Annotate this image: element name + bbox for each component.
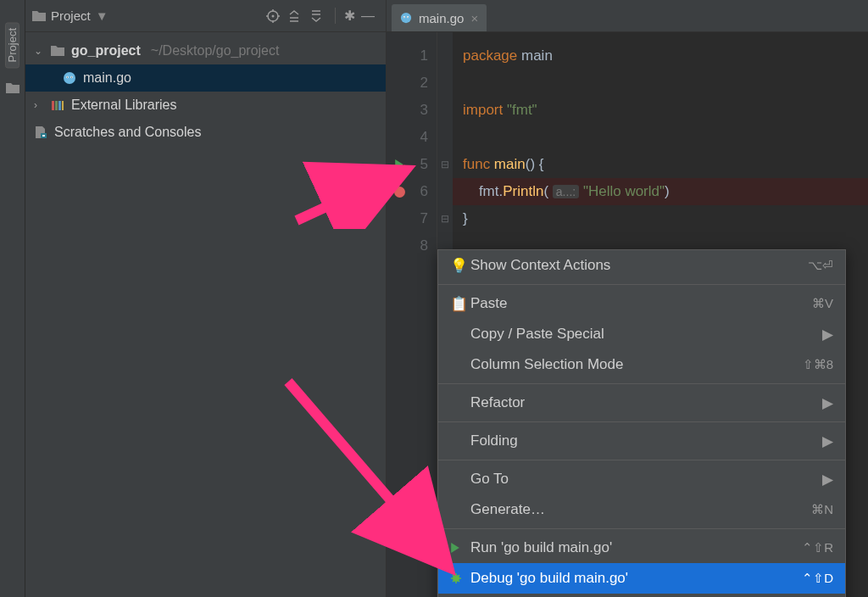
menu-separator bbox=[438, 421, 845, 422]
menu-separator bbox=[438, 284, 845, 285]
project-folder-icon bbox=[32, 10, 46, 22]
close-icon[interactable]: × bbox=[470, 11, 478, 25]
project-tool-tab[interactable]: Project bbox=[5, 22, 19, 68]
folder-icon bbox=[51, 45, 66, 57]
fold-end-icon[interactable]: ⊟ bbox=[437, 205, 453, 232]
svg-rect-10 bbox=[62, 101, 64, 110]
project-name: go_project bbox=[71, 43, 141, 59]
svg-point-16 bbox=[403, 17, 404, 18]
bulb-icon: 💡 bbox=[450, 257, 470, 275]
svg-point-6 bbox=[71, 77, 72, 78]
editor-tab-main[interactable]: main.go × bbox=[392, 4, 487, 31]
file-name: main.go bbox=[83, 70, 131, 86]
svg-rect-9 bbox=[58, 101, 61, 110]
menu-paste[interactable]: 📋 Paste ⌘V bbox=[438, 288, 845, 319]
minimize-icon[interactable]: — bbox=[357, 8, 379, 24]
svg-point-1 bbox=[272, 14, 275, 17]
submenu-arrow-icon: ▶ bbox=[822, 394, 833, 412]
svg-point-13 bbox=[401, 13, 411, 23]
project-tree: ⌄ go_project ~/Desktop/go_project main.g… bbox=[25, 32, 386, 151]
param-hint: a...: bbox=[553, 185, 579, 198]
project-header: Project ▼ ✱ — bbox=[25, 0, 386, 32]
collapse-all-icon[interactable] bbox=[309, 9, 331, 23]
scratch-label: Scratches and Consoles bbox=[54, 125, 201, 140]
menu-context-actions[interactable]: 💡 Show Context Actions ⌥⏎ bbox=[438, 250, 845, 281]
breakpoint-icon[interactable] bbox=[387, 178, 412, 205]
tree-root[interactable]: ⌄ go_project ~/Desktop/go_project bbox=[25, 37, 386, 64]
menu-goto[interactable]: Go To ▶ bbox=[438, 464, 845, 494]
project-panel: Project ▼ ✱ — ⌄ go_project ~/Desktop/go_… bbox=[25, 0, 387, 597]
line-numbers: 1 2 3 4 5 6 7 8 bbox=[412, 32, 437, 597]
locate-icon[interactable] bbox=[265, 8, 287, 24]
menu-run[interactable]: Run 'go build main.go' ⌃⇧R bbox=[438, 533, 845, 563]
project-path: ~/Desktop/go_project bbox=[151, 43, 280, 59]
svg-rect-7 bbox=[52, 101, 54, 110]
submenu-arrow-icon: ▶ bbox=[822, 432, 833, 450]
context-menu: 💡 Show Context Actions ⌥⏎ 📋 Paste ⌘V Cop… bbox=[437, 249, 846, 597]
ext-libs-label: External Libraries bbox=[71, 98, 177, 113]
svg-point-5 bbox=[67, 77, 68, 78]
dropdown-icon[interactable]: ▼ bbox=[96, 8, 108, 23]
menu-separator bbox=[438, 383, 845, 384]
svg-rect-8 bbox=[55, 101, 58, 110]
menu-folding[interactable]: Folding ▶ bbox=[438, 426, 845, 456]
clipboard-icon: 📋 bbox=[450, 295, 470, 313]
menu-refactor[interactable]: Refactor ▶ bbox=[438, 388, 845, 418]
fold-icon[interactable]: ⊟ bbox=[437, 151, 453, 178]
run-icon bbox=[450, 543, 470, 553]
go-file-icon bbox=[63, 71, 78, 85]
svg-rect-12 bbox=[42, 135, 45, 137]
menu-debug[interactable]: Debug 'go build main.go' ⌃⇧D bbox=[438, 563, 845, 594]
expand-all-icon[interactable] bbox=[287, 9, 309, 23]
tree-file-main[interactable]: main.go bbox=[25, 64, 386, 92]
submenu-arrow-icon: ▶ bbox=[822, 471, 833, 488]
project-folder-icon[interactable] bbox=[5, 81, 20, 95]
menu-generate[interactable]: Generate… ⌘N bbox=[438, 494, 845, 525]
tree-external-libs[interactable]: › External Libraries bbox=[25, 92, 386, 119]
svg-point-17 bbox=[408, 17, 409, 18]
go-file-icon bbox=[400, 12, 412, 24]
chevron-right-icon[interactable]: › bbox=[34, 99, 46, 111]
chevron-down-icon[interactable]: ⌄ bbox=[34, 45, 46, 57]
library-icon bbox=[51, 99, 66, 111]
run-gutter-icon[interactable] bbox=[387, 151, 412, 178]
svg-point-2 bbox=[64, 72, 75, 84]
tree-scratches[interactable]: Scratches and Consoles bbox=[25, 119, 386, 146]
menu-separator bbox=[438, 460, 845, 460]
menu-column-mode[interactable]: Column Selection Mode ⇧⌘8 bbox=[438, 349, 845, 380]
project-title[interactable]: Project bbox=[51, 8, 91, 23]
editor-tabbar: main.go × bbox=[387, 0, 868, 32]
gear-icon[interactable]: ✱ bbox=[335, 8, 357, 24]
menu-separator bbox=[438, 528, 845, 529]
tab-name: main.go bbox=[419, 11, 464, 25]
menu-paste-special[interactable]: Copy / Paste Special ▶ bbox=[438, 319, 845, 349]
debug-icon bbox=[450, 572, 470, 584]
submenu-arrow-icon: ▶ bbox=[822, 326, 833, 343]
scratch-icon bbox=[34, 126, 49, 139]
tool-window-bar: Project bbox=[0, 0, 25, 597]
